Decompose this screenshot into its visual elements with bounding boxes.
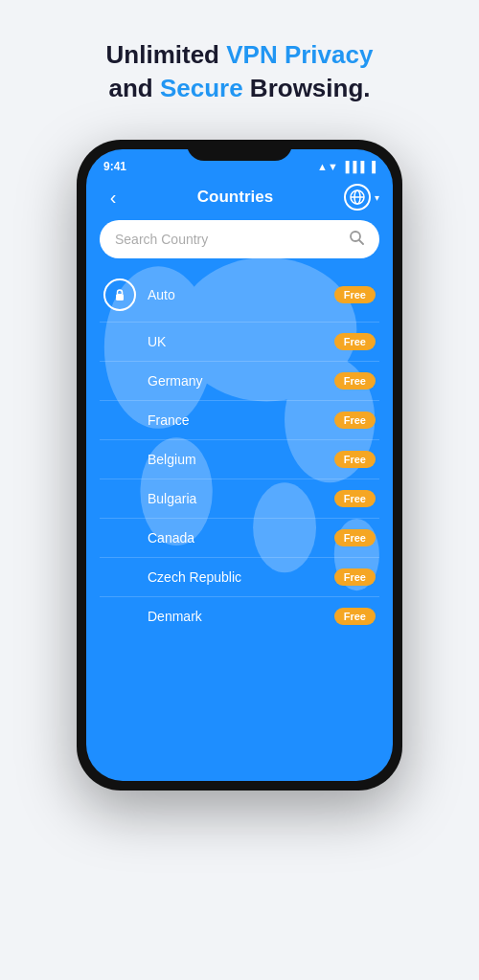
free-badge: Free: [334, 412, 376, 429]
country-item[interactable]: Czech RepublicFree: [100, 558, 379, 597]
headline-plain2: and: [108, 74, 159, 102]
notch: [187, 140, 292, 161]
battery-icon: ▐: [368, 161, 376, 172]
phone-shell: 9:41 ▲▼ ▐▐▐ ▐ ‹ Countries ▾: [77, 140, 402, 791]
country-name: Canada: [148, 530, 334, 546]
auto-lock-icon: [103, 278, 136, 311]
headline-blue1: VPN Privacy: [226, 40, 373, 69]
headline-line1: Unlimited VPN Privacy: [106, 40, 374, 69]
headline-blue2: Secure: [160, 74, 243, 102]
phone-inner: 9:41 ▲▼ ▐▐▐ ▐ ‹ Countries ▾: [86, 149, 393, 781]
free-badge: Free: [334, 529, 376, 546]
headline: Unlimited VPN Privacy and Secure Browsin…: [78, 38, 402, 105]
free-badge: Free: [334, 490, 376, 507]
chevron-down-icon: ▾: [375, 192, 379, 203]
free-badge: Free: [334, 286, 376, 303]
search-placeholder: Search Country: [115, 232, 349, 247]
status-time: 9:41: [103, 160, 126, 173]
country-item[interactable]: DenmarkFree: [100, 597, 379, 635]
country-name: Auto: [148, 287, 334, 302]
search-bar[interactable]: Search Country: [100, 220, 379, 258]
country-item[interactable]: CanadaFree: [100, 519, 379, 558]
country-item[interactable]: UKFree: [100, 323, 379, 362]
headline-plain1: Unlimited: [106, 40, 227, 69]
country-item[interactable]: AutoFree: [100, 268, 379, 323]
country-name: Czech Republic: [148, 569, 334, 585]
country-item[interactable]: BulgariaFree: [100, 479, 379, 519]
headline-line2: and Secure Browsing.: [108, 74, 370, 102]
country-name: Germany: [148, 373, 334, 389]
status-icons: ▲▼ ▐▐▐ ▐: [317, 161, 376, 172]
country-item[interactable]: BelgiumFree: [100, 440, 379, 479]
svg-line-10: [359, 240, 363, 244]
country-list: AutoFreeUKFreeGermanyFreeFranceFreeBelgi…: [100, 268, 379, 781]
country-name: Denmark: [148, 609, 334, 624]
headline-plain3: Browsing.: [243, 74, 371, 102]
country-name: Bulgaria: [148, 491, 334, 506]
app-content: Search Country AutoFreeUKFreeGermanyFree…: [86, 220, 393, 781]
free-badge: Free: [334, 451, 376, 468]
free-badge: Free: [334, 608, 376, 625]
search-icon: [349, 230, 364, 249]
globe-button[interactable]: ▾: [344, 184, 379, 211]
back-button[interactable]: ‹: [100, 187, 126, 209]
page-title: Countries: [197, 188, 273, 207]
app-header: ‹ Countries ▾: [86, 178, 393, 220]
signal-bars-icon: ▐▐▐: [342, 161, 364, 172]
free-badge: Free: [334, 333, 376, 350]
globe-icon: [344, 184, 371, 211]
country-name: Belgium: [148, 452, 334, 467]
svg-rect-11: [116, 294, 124, 301]
country-item[interactable]: FranceFree: [100, 401, 379, 440]
wifi-icon: ▲▼: [317, 161, 338, 172]
country-name: France: [148, 412, 334, 428]
free-badge: Free: [334, 568, 376, 586]
free-badge: Free: [334, 372, 376, 390]
country-item[interactable]: GermanyFree: [100, 362, 379, 401]
country-name: UK: [148, 334, 334, 349]
